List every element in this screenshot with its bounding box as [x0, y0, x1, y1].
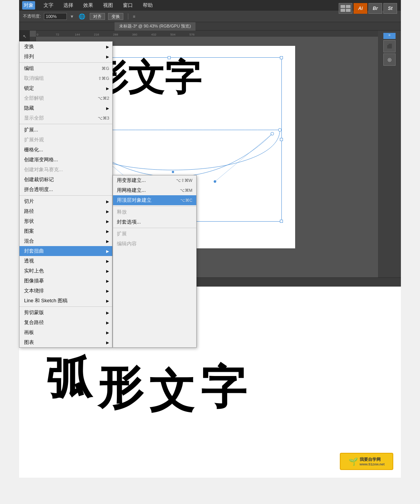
menu-item-help[interactable]: 帮助 [141, 1, 154, 10]
menu-perspective[interactable]: 透视 ▶ [19, 256, 112, 266]
menu-hide[interactable]: 隐藏 ▶ [19, 103, 112, 113]
transform-btn[interactable]: 变换 [108, 13, 123, 20]
menu-clipping[interactable]: 剪切蒙版 ▶ [19, 308, 112, 318]
active-tab[interactable]: 未标题-3* @ 90.43% (RGB/GPU 预览) [115, 22, 195, 31]
toolbar-globe-icon: 🌐 [79, 13, 85, 19]
st-icon-btn[interactable]: St [383, 3, 397, 14]
menu-bianhuan[interactable]: 变换 ▶ [19, 42, 112, 52]
menu-showall[interactable]: 显示全部 ⌥⌘3 [19, 113, 112, 123]
sub-div-2 [113, 228, 196, 228]
sub-mesh-label: 用网格建立... [117, 187, 146, 194]
object-menu: 变换 ▶ 排列 ▶ 编组 ⌘G 取消编组 ⇧⌘G 锁定 ▶ [19, 41, 113, 348]
ruler-288: 288 [112, 33, 131, 37]
rp-btn-1[interactable]: ≡ [383, 33, 396, 39]
handle-tr[interactable] [280, 56, 283, 59]
menu-group[interactable]: 编组 ⌘G [19, 63, 112, 73]
sub-expand[interactable]: 扩展 [113, 229, 196, 239]
ruler-0: 0 [36, 33, 55, 37]
menu-line-sketch[interactable]: Line 和 Sketch 图稿 ▶ [19, 296, 112, 306]
ruler-576: 576 [189, 33, 208, 37]
sub-top-object-label: 用顶层对象建立 [117, 197, 152, 204]
menu-unlock-label: 全部解锁 [24, 95, 44, 102]
sub-top-object[interactable]: 用顶层对象建立 ⌥⌘C [113, 195, 196, 205]
menu-flatten[interactable]: 拼合透明度... [19, 185, 112, 194]
menu-blend[interactable]: 混合 ▶ [19, 236, 112, 246]
sub-warp-label: 用变形建立... [117, 177, 146, 184]
menu-path[interactable]: 路径 ▶ [19, 206, 112, 216]
menu-pailie[interactable]: 排列 ▶ [19, 52, 112, 62]
watermark-text: 我要自学网 www.51zxw.net [360, 457, 384, 466]
menu-line-sketch-label: Line 和 Sketch 图稿 [24, 297, 68, 304]
menu-ungroup-label: 取消编组 [24, 75, 44, 82]
menu-lock[interactable]: 锁定 ▶ [19, 83, 112, 93]
menu-envelope[interactable]: 封套扭曲 ▶ [19, 246, 112, 256]
menu-image-trace[interactable]: 图像描摹 ▶ [19, 276, 112, 286]
grid-cell-1 [341, 5, 345, 8]
menu-ungroup[interactable]: 取消编组 ⇧⌘G [19, 73, 112, 83]
sub-mesh[interactable]: 用网格建立... ⌥⌘M [113, 185, 196, 195]
illustrator-window: 对象 文字 选择 效果 视图 窗口 帮助 不透明度: ▼ 🌐 对齐 变换 ≡ A… [19, 0, 401, 287]
sub-edit-content[interactable]: 编辑内容 [113, 239, 196, 249]
menu-slice-arrow: ▶ [106, 199, 109, 204]
sub-options[interactable]: 封套选项... [113, 217, 196, 227]
align-btn[interactable]: 对齐 [90, 13, 105, 20]
menu-chart-label: 图表 [24, 339, 34, 346]
menu-compound[interactable]: 复合路径 ▶ [19, 318, 112, 327]
opacity-input[interactable] [44, 13, 67, 20]
toolbar: 不透明度: ▼ 🌐 对齐 变换 ≡ Ai Br St [19, 11, 401, 22]
envelope-submenu: 用变形建立... ⌥⇧⌘W 用网格建立... ⌥⌘M 用顶层对象建立 ⌥⌘C 释… [113, 175, 197, 348]
menu-chart-arrow: ▶ [106, 340, 109, 345]
menu-item-select[interactable]: 选择 [62, 1, 75, 10]
menu-shape-arrow: ▶ [106, 219, 109, 224]
menu-pailie-arrow: ▶ [106, 55, 109, 59]
menu-crop-marks[interactable]: 创建裁切标记 [19, 175, 112, 185]
menu-gradient-mesh[interactable]: 创建渐变网格... [19, 155, 112, 165]
menu-flatten-label: 拼合透明度... [24, 186, 53, 193]
menu-item-effect[interactable]: 效果 [82, 1, 95, 10]
right-panel: ≡ ⬛ ◎ [378, 31, 401, 277]
menu-mosaic[interactable]: 创建对象马赛克... [19, 165, 112, 175]
menu-group-shortcut: ⌘G [102, 66, 109, 71]
sub-mesh-shortcut: ⌥⌘M [180, 188, 192, 193]
menu-artboard[interactable]: 画板 ▶ [19, 327, 112, 337]
handle-br[interactable] [280, 220, 283, 223]
menu-pattern[interactable]: 图案 ▶ [19, 226, 112, 236]
menu-chart[interactable]: 图表 ▶ [19, 337, 112, 347]
ruler-top: 0 72 144 216 288 360 432 504 576 [36, 31, 378, 37]
menu-text-wrap[interactable]: 文本绕排 ▶ [19, 286, 112, 296]
menu-item-text[interactable]: 文字 [42, 1, 55, 10]
ai-icon-btn[interactable]: Ai [354, 3, 367, 14]
rp-icon-2[interactable]: ◎ [383, 53, 396, 66]
grid-view-btn[interactable] [339, 3, 352, 14]
ruler-432: 432 [150, 33, 170, 37]
sub-div-1 [113, 206, 196, 206]
svg-line-9 [215, 134, 272, 182]
menu-hide-label: 隐藏 [24, 105, 34, 112]
watermark-line2: www.51zxw.net [360, 462, 384, 466]
menu-raster[interactable]: 栅格化... [19, 145, 112, 155]
grid-cell-3 [341, 9, 345, 12]
menu-compound-label: 复合路径 [24, 319, 44, 326]
menu-slice-label: 切片 [24, 198, 34, 205]
menu-live-paint[interactable]: 实时上色 ▶ [19, 266, 112, 276]
menu-expand[interactable]: 扩展... [19, 125, 112, 135]
menu-item-object[interactable]: 对象 [22, 1, 35, 10]
menu-text-wrap-label: 文本绕排 [24, 287, 44, 294]
watermark-line1: 我要自学网 [360, 457, 384, 462]
menu-slice[interactable]: 切片 ▶ [19, 196, 112, 206]
rp-icon-1[interactable]: ⬛ [383, 40, 396, 52]
menu-lock-arrow: ▶ [106, 86, 109, 91]
sub-warp[interactable]: 用变形建立... ⌥⇧⌘W [113, 175, 196, 185]
menu-shape[interactable]: 形状 ▶ [19, 216, 112, 226]
menu-expand-appear[interactable]: 扩展外观 [19, 135, 112, 145]
tool-select[interactable]: ↖ [20, 32, 29, 41]
menu-item-view[interactable]: 视图 [102, 1, 115, 10]
grid-cell-4 [346, 9, 351, 12]
menu-item-window[interactable]: 窗口 [121, 1, 134, 10]
svg-text:弧
      
      形
      
      : 弧 形 文 字 [46, 353, 247, 417]
br-icon-btn[interactable]: Br [368, 3, 382, 14]
menu-raster-label: 栅格化... [24, 146, 43, 153]
menu-unlock[interactable]: 全部解锁 ⌥⌘2 [19, 93, 112, 103]
sub-release[interactable]: 释放 [113, 207, 196, 217]
arc-text-svg: 弧 形 文 字 [42, 344, 256, 420]
